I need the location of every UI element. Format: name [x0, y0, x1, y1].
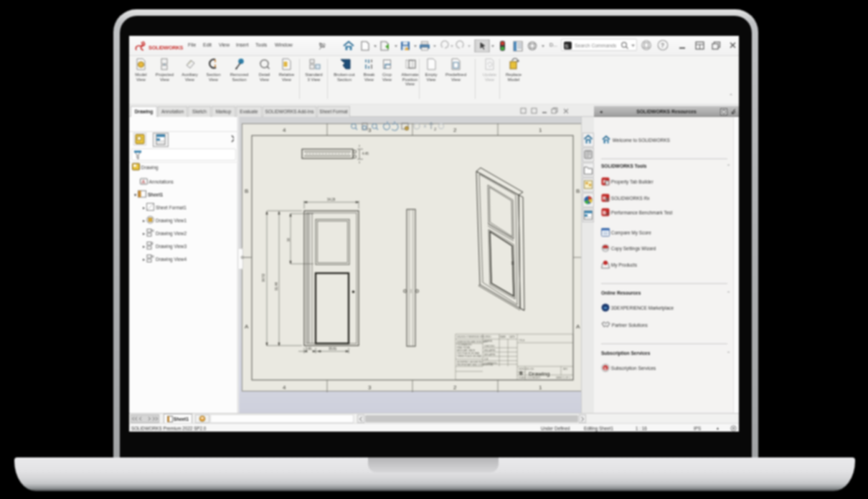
svg-text:B: B — [245, 188, 248, 194]
svg-text:?: ? — [661, 42, 664, 49]
svg-text:35.81: 35.81 — [329, 347, 337, 351]
svg-text:3.81: 3.81 — [306, 347, 312, 351]
svg-text:3: 3 — [368, 127, 372, 133]
svg-text:UNLESS OTHERWISE SPECIFIED: UNLESS OTHERWISE SPECIFIED — [457, 336, 491, 338]
svg-text:F: F — [151, 242, 154, 246]
svg-text:1: 1 — [539, 384, 542, 391]
svg-text:B: B — [519, 371, 523, 376]
svg-text:96.52: 96.52 — [262, 273, 265, 282]
svg-text:DRAWN: DRAWN — [484, 340, 492, 343]
svg-text:MFG APPR.: MFG APPR. — [484, 353, 496, 356]
svg-text:COMMENTS:: COMMENTS: — [484, 362, 497, 365]
svg-text:CHECKED: CHECKED — [484, 345, 496, 348]
svg-text:Q.A.: Q.A. — [484, 358, 489, 361]
svg-text:H: H — [151, 229, 154, 233]
svg-text:Drawing: Drawing — [529, 371, 549, 377]
svg-text:4: 4 — [283, 384, 286, 391]
svg-text:THREE PLACE DECIMAL: THREE PLACE DECIMAL — [457, 355, 482, 358]
svg-text:A: A — [142, 179, 146, 184]
svg-text:2: 2 — [453, 384, 457, 391]
svg-text:3: 3 — [368, 384, 372, 391]
svg-text:2: 2 — [453, 127, 457, 133]
svg-text:91.44: 91.44 — [275, 282, 278, 290]
svg-text:ENG APPR.: ENG APPR. — [484, 349, 496, 352]
svg-text:S: S — [565, 43, 568, 49]
svg-text:REV: REV — [563, 368, 567, 371]
svg-text:36: 36 — [287, 237, 291, 242]
svg-text:TITLE:: TITLE: — [519, 339, 525, 342]
svg-text:DATE: DATE — [509, 336, 515, 338]
svg-text:S: S — [604, 366, 607, 371]
svg-text:A: A — [245, 323, 249, 330]
svg-text:SOLIDWORKS: SOLIDWORKS — [148, 44, 184, 51]
svg-text:NAME: NAME — [500, 336, 506, 338]
svg-text:1: 1 — [539, 127, 542, 133]
svg-text:2: 2 — [434, 127, 437, 131]
svg-text:4: 4 — [283, 127, 286, 133]
svg-text:B: B — [576, 188, 580, 194]
svg-text:B: B — [603, 210, 606, 215]
svg-text:A: A — [576, 323, 580, 330]
svg-text:34.29: 34.29 — [327, 198, 336, 201]
svg-text:H: H — [151, 255, 154, 259]
svg-text:4.45: 4.45 — [362, 152, 369, 156]
svg-text:SHEET 1 OF 1: SHEET 1 OF 1 — [556, 376, 570, 379]
